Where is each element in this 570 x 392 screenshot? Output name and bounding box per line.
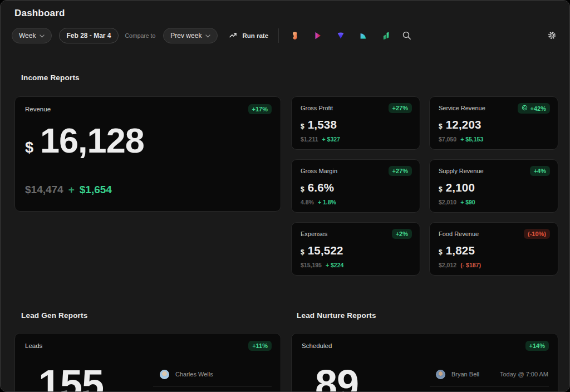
revenue-prev-value: $14,474 (25, 184, 63, 196)
chevron-down-icon (40, 32, 45, 40)
kpi-delta: + 1.8% (318, 199, 336, 205)
medal-icon (522, 105, 528, 112)
currency-symbol: $ (301, 185, 304, 193)
play-gradient-icon[interactable] (313, 31, 323, 41)
avatar (160, 370, 169, 379)
kpi-delta: + $327 (322, 136, 340, 143)
leads-badge: +11% (248, 341, 272, 351)
kpi-value: $ 15,522 (301, 244, 343, 257)
bars-green-icon[interactable] (382, 31, 391, 41)
kpi-label: Gross Margin (301, 168, 337, 174)
run-rate-toggle[interactable]: Run rate (229, 32, 268, 40)
cone-purple-icon[interactable] (336, 31, 346, 41)
leads-card-label: Leads (25, 342, 42, 349)
kpi-label: Supply Revenue (439, 168, 484, 174)
plus-sign: + (68, 184, 75, 196)
scheduled-badge-value: +14% (529, 342, 545, 349)
kpi-label: Food Revenue (439, 231, 479, 237)
kpi-prev-value: $1,211 (301, 136, 318, 143)
gear-icon[interactable] (547, 31, 557, 42)
kpi-badge: +2% (392, 229, 412, 239)
compare-period-label: Prev week (170, 32, 202, 40)
dashboard-window: Dashboard Week Feb 28 - Mar 4 Compare to… (0, 0, 570, 392)
kpi-value: $ 2,100 (439, 181, 475, 194)
kpi-subline: $2,012 (- $187) (439, 262, 481, 268)
leads-badge-value: +11% (252, 342, 268, 349)
currency-symbol: $ (301, 248, 304, 256)
kpi-value: $ 1,538 (301, 118, 337, 131)
kpi-subline: 4.8% + 1.8% (301, 199, 336, 205)
currency-symbol: $ (439, 122, 443, 130)
kpi-subline: $7,050 + $5,153 (439, 136, 483, 143)
kpi-badge: (-10%) (524, 229, 550, 239)
app-logos (291, 31, 391, 41)
revenue-card[interactable]: Revenue +17% $ 16,128 $14,474 + $1,654 (14, 96, 281, 212)
kpi-badge-value: +27% (392, 105, 408, 111)
kpi-badge-value: +4% (534, 168, 546, 174)
arc-teal-icon[interactable] (359, 31, 368, 41)
kpi-subline: $1,211 + $327 (301, 136, 340, 143)
kpi-grid: Gross Profit +27% $ 1,538 $1,211 + $327 … (291, 96, 558, 276)
gross-margin-card[interactable]: Gross Margin +27% $ 6.6% 4.8% + 1.8% (291, 159, 420, 213)
leads-card[interactable]: Leads +11% 155 Charles Wells (14, 333, 281, 392)
kpi-amount: 1,825 (446, 244, 475, 257)
revenue-value: $ 16,128 (25, 120, 144, 160)
person-name: Bryan Bell (451, 371, 479, 378)
lead-gen-reports-title: Lead Gen Reports (21, 311, 87, 320)
kpi-label: Gross Profit (301, 105, 333, 111)
period-dropdown[interactable]: Week (12, 28, 52, 43)
kpi-prev-value: $2,010 (439, 199, 456, 205)
compare-period-dropdown[interactable]: Prev week (163, 28, 218, 43)
kpi-value: $ 1,825 (439, 244, 475, 257)
income-reports-title: Income Reports (21, 74, 80, 82)
kpi-amount: 15,522 (308, 244, 343, 257)
search-icon[interactable] (402, 31, 412, 41)
lead-nurture-reports-title: Lead Nurture Reports (297, 311, 376, 320)
kpi-badge: +27% (389, 166, 412, 176)
toolbar-divider (278, 28, 279, 43)
period-dropdown-label: Week (19, 32, 36, 40)
kpi-prev-value: $2,012 (439, 262, 456, 268)
page-title: Dashboard (14, 8, 65, 19)
kpi-amount: 2,100 (446, 181, 475, 194)
revenue-subline: $14,474 + $1,654 (25, 184, 112, 196)
row-divider (153, 386, 272, 386)
leads-count: 155 (38, 364, 104, 392)
run-rate-label: Run rate (242, 32, 268, 39)
service-revenue-card[interactable]: Service Revenue +42% $ 12,203 $7,050 + $… (429, 96, 558, 150)
expenses-card[interactable]: Expenses +2% $ 15,522 $15,195 + $224 (291, 222, 420, 276)
chevron-down-icon (205, 32, 210, 40)
currency-symbol: $ (439, 248, 443, 256)
date-range-button[interactable]: Feb 28 - Mar 4 (59, 28, 118, 43)
supply-revenue-card[interactable]: Supply Revenue +4% $ 2,100 $2,010 + $90 (429, 159, 558, 213)
kpi-delta: + $5,153 (460, 136, 483, 143)
scheduled-card[interactable]: Scheduled +14% 89 Bryan Bell Today @ 7:0… (291, 333, 558, 392)
kpi-subline: $15,195 + $224 (301, 262, 343, 268)
toolbar: Week Feb 28 - Mar 4 Compare to Prev week… (12, 28, 412, 43)
kpi-delta: (- $187) (460, 262, 481, 268)
trend-up-icon (229, 32, 238, 40)
currency-symbol: $ (301, 122, 304, 130)
kpi-badge-value: +27% (392, 168, 408, 174)
scheduled-card-label: Scheduled (302, 342, 332, 349)
scheduled-count: 89 (315, 364, 358, 392)
blob-orange-icon[interactable] (291, 31, 300, 41)
revenue-badge: +17% (248, 104, 272, 114)
kpi-amount: 12,203 (446, 118, 481, 131)
gross-profit-card[interactable]: Gross Profit +27% $ 1,538 $1,211 + $327 (291, 96, 420, 150)
kpi-badge-value: +42% (530, 105, 546, 112)
revenue-delta: $1,654 (80, 184, 112, 196)
kpi-prev-value: $7,050 (439, 136, 456, 143)
person-name: Charles Wells (175, 371, 213, 378)
kpi-value: $ 12,203 (439, 118, 481, 131)
kpi-prev-value: 4.8% (301, 199, 314, 205)
kpi-delta: + $224 (326, 262, 343, 268)
revenue-card-label: Revenue (25, 106, 51, 112)
kpi-delta: + $90 (460, 199, 475, 205)
food-revenue-card[interactable]: Food Revenue (-10%) $ 1,825 $2,012 (- $1… (429, 222, 558, 276)
revenue-amount: 16,128 (40, 120, 144, 160)
row-divider (430, 386, 549, 386)
avatar (436, 370, 445, 379)
list-item[interactable]: Charles Wells (160, 369, 271, 380)
list-item[interactable]: Bryan Bell Today @ 7:00 AM (436, 369, 548, 380)
